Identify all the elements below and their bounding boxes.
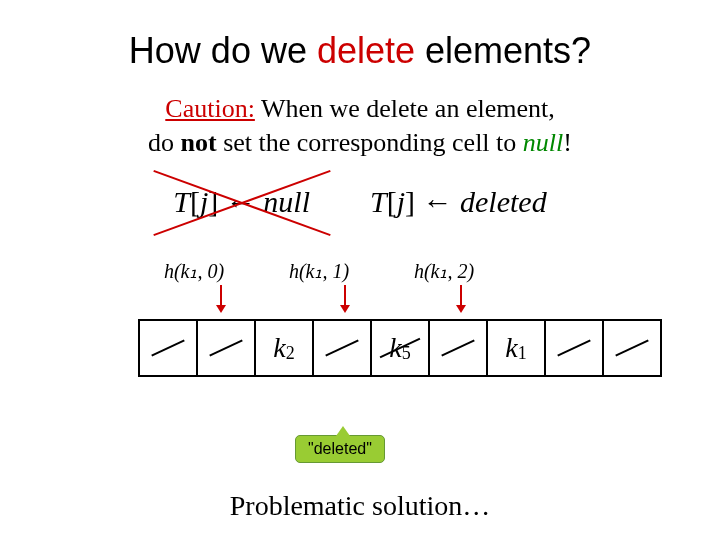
empty-cell	[198, 321, 256, 375]
arrow-icon	[344, 285, 346, 311]
empty-cell	[604, 321, 660, 375]
hash-table: k2 k5 k1	[138, 319, 662, 377]
formula-deleted: T[j] ← deleted	[370, 185, 547, 219]
cell-k1: k1	[488, 321, 546, 375]
empty-cell	[430, 321, 488, 375]
empty-cell	[314, 321, 372, 375]
formula-null: T[j] ← null	[173, 185, 310, 219]
empty-cell	[546, 321, 604, 375]
hash-labels: h(k₁, 0) h(k₁, 1) h(k₁, 2)	[154, 259, 660, 283]
arrow-icon	[460, 285, 462, 311]
cell-k2: k2	[256, 321, 314, 375]
probe-arrows	[154, 283, 660, 319]
deleted-callout: "deleted"	[295, 435, 385, 463]
empty-cell	[140, 321, 198, 375]
footer-text: Problematic solution…	[0, 490, 720, 522]
caution-text: Caution: When we delete an element, do n…	[60, 92, 660, 160]
cell-k5-deleted: k5	[372, 321, 430, 375]
arrow-icon	[220, 285, 222, 311]
slide-title: How do we delete elements?	[60, 30, 660, 72]
formula-row: T[j] ← null T[j] ← deleted	[60, 185, 660, 219]
